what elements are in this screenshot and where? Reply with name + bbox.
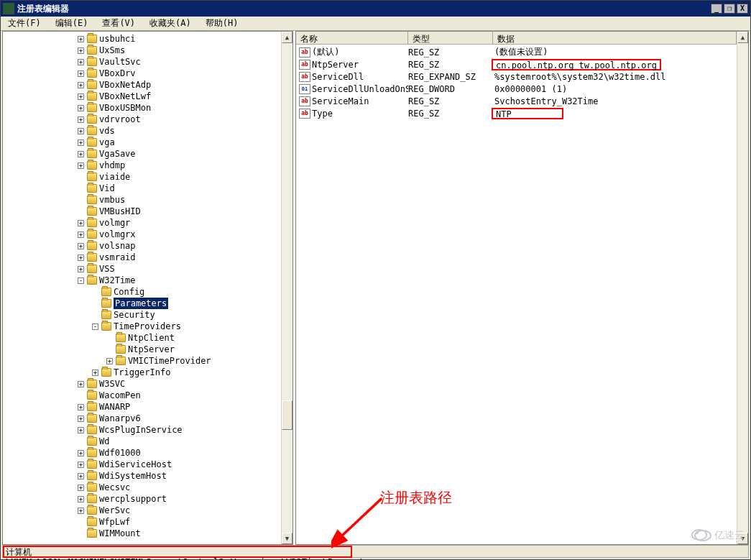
list-scrollbar[interactable]: ▲ ▼ <box>737 32 748 544</box>
tree-item[interactable]: +vsmraid <box>6 252 281 263</box>
registry-value-row[interactable]: abNtpServerREG_SZcn.pool.ntp.org tw.pool… <box>296 58 737 70</box>
expand-icon[interactable]: + <box>78 105 84 111</box>
tree-item[interactable]: +VMICTimeProvider <box>6 355 281 367</box>
expand-icon[interactable]: + <box>78 151 84 157</box>
tree-item[interactable]: WfpLwf <box>6 516 281 528</box>
tree-item[interactable]: +VgaSave <box>6 148 281 160</box>
tree-item[interactable]: +Wdf01000 <box>6 447 281 459</box>
scroll-down-icon[interactable]: ▼ <box>282 533 292 544</box>
expand-icon[interactable]: + <box>78 473 84 479</box>
registry-value-row[interactable]: abServiceDllREG_EXPAND_SZ%systemroot%\sy… <box>296 70 737 83</box>
scroll-up-icon[interactable]: ▲ <box>737 32 748 43</box>
col-header-type[interactable]: 类型 <box>408 32 493 44</box>
tree-item[interactable]: +vhdmp <box>6 160 281 171</box>
tree-item[interactable]: +volmgr <box>6 217 281 229</box>
expand-icon[interactable]: + <box>78 485 84 491</box>
tree-item[interactable]: +Wecsvc <box>6 482 281 493</box>
expand-icon[interactable]: + <box>78 427 84 433</box>
expand-icon[interactable]: + <box>78 93 84 100</box>
tree-item[interactable]: +vga <box>6 137 281 148</box>
tree-item[interactable]: Wd <box>6 436 281 447</box>
expand-icon[interactable]: + <box>78 231 84 238</box>
close-button[interactable]: X <box>737 4 748 14</box>
tree-item[interactable]: Security <box>6 309 281 321</box>
expand-icon[interactable]: + <box>78 266 84 272</box>
tree-item[interactable]: Parameters <box>6 298 281 309</box>
tree-item[interactable]: +WcsPlugInService <box>6 424 281 436</box>
menu-file[interactable]: 文件(F) <box>4 16 45 31</box>
tree-item[interactable]: +volsnap <box>6 240 281 252</box>
menu-help[interactable]: 帮助(H) <box>201 16 243 31</box>
menu-edit[interactable]: 编辑(E) <box>51 16 93 31</box>
tree-item[interactable]: +VSS <box>6 263 281 275</box>
maximize-button[interactable]: ❐ <box>724 4 735 14</box>
list-header[interactable]: 名称 类型 数据 <box>296 32 737 45</box>
tree-item[interactable]: +Wanarpv6 <box>6 413 281 424</box>
registry-value-row[interactable]: abServiceMainREG_SZSvchostEntry_W32Time <box>296 95 737 107</box>
tree-item[interactable]: Vid <box>6 183 281 194</box>
tree-scrollbar[interactable]: ▲ ▼ <box>281 32 292 544</box>
tree-item[interactable]: +VBoxNetAdp <box>6 79 281 91</box>
tree-item[interactable]: +WerSvc <box>6 505 281 516</box>
tree-item[interactable]: +WdiSystemHost <box>6 470 281 482</box>
tree-item[interactable]: NtpClient <box>6 332 281 344</box>
expand-icon[interactable]: + <box>92 369 98 376</box>
tree-item[interactable]: VMBusHID <box>6 206 281 217</box>
expand-icon[interactable]: + <box>78 116 84 123</box>
tree-item[interactable]: +UxSms <box>6 45 281 56</box>
tree-item[interactable]: +vdrvroot <box>6 114 281 125</box>
titlebar[interactable]: 注册表编辑器 _ ❐ X <box>1 1 750 17</box>
tree-item[interactable]: +WdiServiceHost <box>6 459 281 470</box>
tree-item[interactable]: viaide <box>6 171 281 183</box>
tree-item[interactable]: +WANARP <box>6 401 281 413</box>
expand-icon[interactable]: + <box>78 162 84 169</box>
tree-item[interactable]: WacomPen <box>6 390 281 401</box>
expand-icon[interactable]: + <box>78 381 84 387</box>
tree-item[interactable]: vmbus <box>6 194 281 206</box>
expand-icon[interactable]: + <box>78 47 84 54</box>
expand-icon[interactable]: + <box>78 508 84 514</box>
tree-item[interactable]: +volmgrx <box>6 229 281 240</box>
collapse-icon[interactable]: - <box>78 277 84 284</box>
registry-value-row[interactable]: ab(默认)REG_SZ(数值未设置) <box>296 46 737 58</box>
tree-item[interactable]: Config <box>6 286 281 298</box>
expand-icon[interactable]: + <box>78 59 84 65</box>
tree-item[interactable]: +TriggerInfo <box>6 367 281 378</box>
collapse-icon[interactable]: - <box>92 323 98 330</box>
tree-item[interactable]: NtpServer <box>6 344 281 355</box>
expand-icon[interactable]: + <box>78 416 84 422</box>
registry-value-row[interactable]: abTypeREG_SZNTP <box>296 107 737 119</box>
expand-icon[interactable]: + <box>106 358 113 364</box>
tree-item[interactable]: +usbuhci <box>6 33 281 45</box>
menu-favorites[interactable]: 收藏夹(A) <box>145 16 195 31</box>
expand-icon[interactable]: + <box>78 139 84 146</box>
expand-icon[interactable]: + <box>78 128 84 134</box>
tree-item[interactable]: +VBoxNetLwf <box>6 91 281 102</box>
expand-icon[interactable]: + <box>78 496 84 502</box>
tree-item[interactable]: +VBoxDrv <box>6 68 281 79</box>
expand-icon[interactable]: + <box>78 70 84 77</box>
tree-item[interactable]: +VaultSvc <box>6 56 281 68</box>
registry-value-row[interactable]: 01ServiceDllUnloadOnStopREG_DWORD0x00000… <box>296 83 737 95</box>
col-header-data[interactable]: 数据 <box>493 32 737 44</box>
menu-view[interactable]: 查看(V) <box>98 16 139 31</box>
tree-item[interactable]: +W3SVC <box>6 378 281 390</box>
expand-icon[interactable]: + <box>78 243 84 249</box>
tree-item[interactable]: +wercplsupport <box>6 493 281 505</box>
expand-icon[interactable]: + <box>78 462 84 468</box>
col-header-name[interactable]: 名称 <box>296 32 408 44</box>
minimize-button[interactable]: _ <box>711 4 722 14</box>
expand-icon[interactable]: + <box>78 450 84 456</box>
tree-item[interactable]: -W32Time <box>6 275 281 286</box>
expand-icon[interactable]: + <box>78 82 84 88</box>
expand-icon[interactable]: + <box>78 220 84 226</box>
tree-item[interactable]: +VBoxUSBMon <box>6 102 281 114</box>
expand-icon[interactable]: + <box>78 36 84 42</box>
expand-icon[interactable]: + <box>78 254 84 261</box>
tree-item[interactable]: WIMMount <box>6 528 281 539</box>
scroll-up-icon[interactable]: ▲ <box>282 32 292 43</box>
registry-tree[interactable]: +usbuhci+UxSms+VaultSvc+VBoxDrv+VBoxNetA… <box>3 32 281 541</box>
tree-item[interactable]: +vds <box>6 125 281 137</box>
tree-item[interactable]: -TimeProviders <box>6 321 281 332</box>
expand-icon[interactable]: + <box>78 404 84 410</box>
